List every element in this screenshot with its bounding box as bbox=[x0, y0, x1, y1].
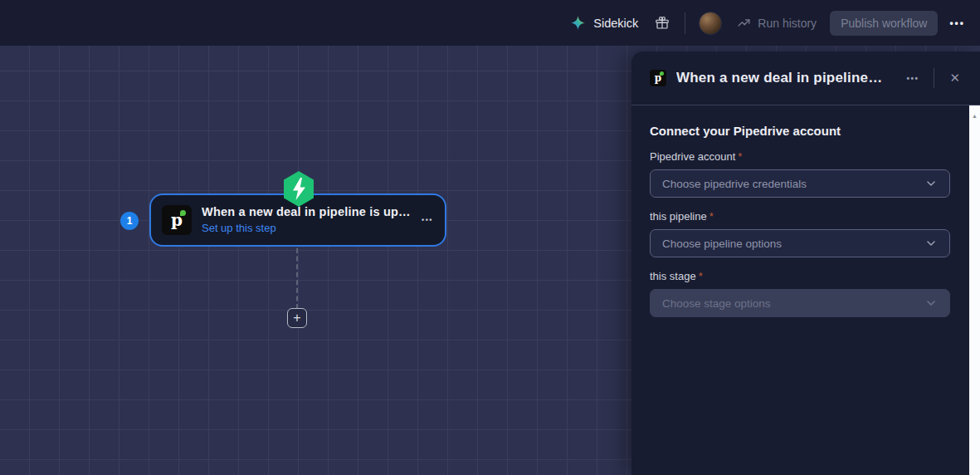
panel-body: Connect your Pipedrive account Pipedrive… bbox=[631, 105, 980, 334]
pipedrive-account-select[interactable]: Choose pipedrive credentials bbox=[650, 169, 950, 198]
this-stage-select: Choose stage options bbox=[650, 289, 950, 317]
sidekick-label: Sidekick bbox=[593, 17, 638, 30]
topbar: Sidekick Run history Publish workflow ••… bbox=[0, 0, 980, 46]
trigger-bolt-badge-icon bbox=[282, 170, 315, 208]
avatar[interactable] bbox=[699, 12, 722, 35]
field-label-text: this stage bbox=[650, 270, 696, 282]
connector-line bbox=[296, 248, 298, 309]
field-label-pipedrive-account: Pipedrive account* bbox=[650, 150, 950, 163]
workflow-node[interactable]: 1 p When a new deal in pipeline is up… S… bbox=[149, 193, 446, 247]
step-number-badge: 1 bbox=[120, 212, 139, 230]
pipedrive-icon-small: p bbox=[650, 70, 666, 86]
chevron-down-icon bbox=[924, 237, 938, 250]
pipedrive-icon: p bbox=[162, 205, 192, 235]
node-more-button[interactable]: ••• bbox=[422, 216, 433, 224]
select-placeholder: Choose pipeline options bbox=[662, 238, 782, 250]
select-placeholder: Choose stage options bbox=[662, 297, 771, 310]
panel-title: When a new deal in pipeline… bbox=[676, 70, 901, 86]
required-asterisk: * bbox=[709, 210, 714, 223]
field-label-text: Pipedrive account bbox=[650, 150, 735, 163]
chevron-down-icon bbox=[924, 296, 938, 310]
field-label-this-stage: this stage* bbox=[650, 270, 950, 282]
gift-icon bbox=[655, 16, 670, 31]
sidekick-nav[interactable]: Sidekick bbox=[570, 15, 638, 31]
field-label-text: this pipeline bbox=[650, 210, 707, 223]
required-asterisk: * bbox=[738, 150, 742, 163]
gift-button[interactable] bbox=[655, 16, 670, 31]
panel-scrollbar[interactable]: ▲ bbox=[969, 105, 980, 475]
pipedrive-leaf-icon bbox=[180, 210, 186, 216]
topbar-divider bbox=[685, 12, 685, 34]
field-label-this-pipeline: this pipeline* bbox=[650, 210, 950, 223]
publish-workflow-button[interactable]: Publish workflow bbox=[830, 11, 938, 36]
trend-icon bbox=[737, 16, 751, 30]
node-text: When a new deal in pipeline is up… Set u… bbox=[202, 205, 417, 235]
panel-header: p When a new deal in pipeline… ••• ✕ bbox=[631, 51, 980, 105]
add-step-button[interactable]: + bbox=[287, 308, 307, 328]
run-history-button[interactable]: Run history bbox=[737, 16, 817, 30]
close-icon[interactable]: ✕ bbox=[944, 69, 965, 87]
panel-more-button[interactable]: ••• bbox=[901, 71, 924, 86]
section-heading: Connect your Pipedrive account bbox=[650, 124, 950, 138]
required-asterisk: * bbox=[699, 270, 703, 282]
setup-step-link[interactable]: Set up this step bbox=[202, 222, 276, 234]
sidekick-sparkle-icon bbox=[570, 15, 586, 31]
this-pipeline-select[interactable]: Choose pipeline options bbox=[650, 229, 950, 257]
chevron-down-icon bbox=[924, 177, 938, 190]
scroll-up-icon[interactable]: ▲ bbox=[972, 113, 978, 475]
pipedrive-leaf-icon bbox=[660, 71, 664, 76]
panel-header-divider bbox=[934, 68, 934, 88]
select-placeholder: Choose pipedrive credentials bbox=[662, 178, 807, 190]
run-history-label: Run history bbox=[758, 17, 817, 30]
config-panel: p When a new deal in pipeline… ••• ✕ Con… bbox=[631, 51, 980, 475]
topbar-more-button[interactable]: ••• bbox=[949, 17, 965, 29]
